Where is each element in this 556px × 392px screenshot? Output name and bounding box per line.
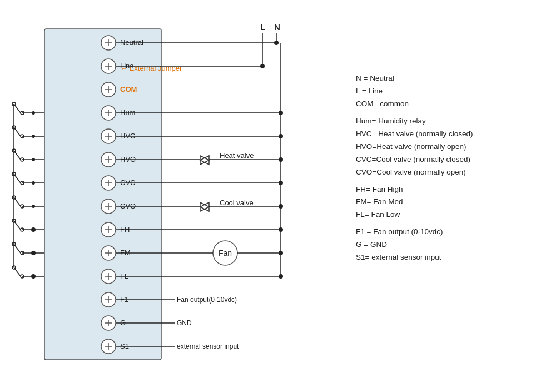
svg-point-148: [279, 111, 283, 115]
svg-text:COM: COM: [120, 85, 137, 93]
fh-switch: [12, 219, 44, 232]
legend-cvc: CVC=Cool valve (normally closed): [356, 153, 545, 166]
svg-text:Fan output(0-10vdc): Fan output(0-10vdc): [177, 296, 237, 304]
external-jumper: ← External Jumper: [120, 64, 182, 72]
svg-text:Heat valve: Heat valve: [220, 151, 254, 160]
svg-marker-115: [200, 156, 209, 165]
svg-point-140: [279, 251, 283, 255]
svg-text:Fan: Fan: [219, 249, 232, 257]
svg-point-135: [279, 274, 283, 279]
svg-marker-121: [200, 202, 209, 211]
legend-hum: Hum= Humidity relay: [356, 115, 545, 128]
svg-point-131: [279, 181, 283, 185]
svg-text:← External Jumper: ← External Jumper: [120, 64, 182, 72]
legend-f1: F1 = Fan output (0-10vdc): [356, 226, 545, 239]
svg-text:GND: GND: [177, 319, 192, 327]
legend-hvc: HVC= Heat valve (normally closed): [356, 128, 545, 141]
page: Neutral Line COM Hum HVC HVO CVC CVO FH …: [0, 0, 556, 392]
legend-l: L = Line: [356, 85, 545, 98]
svg-text:Cool valve: Cool valve: [220, 199, 254, 207]
legend-cvo: CVO=Cool valve (normally open): [356, 166, 545, 179]
svg-point-62: [274, 41, 279, 45]
svg-point-65: [260, 64, 265, 68]
legend-n: N = Neutral: [356, 72, 545, 85]
legend-g: G = GND: [356, 239, 545, 251]
legend-hvo: HVO=Heat valve (normally open): [356, 141, 545, 153]
legend-com: COM =common: [356, 98, 545, 111]
svg-marker-116: [200, 156, 209, 165]
fl-switch: [12, 266, 44, 279]
legend-area: N = Neutral L = Line COM =common Hum= Hu…: [356, 72, 545, 264]
fm-switch: [12, 242, 44, 255]
cvo-switch: [12, 196, 44, 208]
svg-text:external sensor input: external sensor input: [177, 343, 239, 350]
svg-marker-122: [200, 202, 209, 211]
legend-fl: FL= Fan Low: [356, 209, 545, 221]
hvc-switch: [12, 126, 44, 138]
wiring-diagram-svg: Neutral Line COM Hum HVC HVO CVC CVO FH …: [11, 12, 350, 382]
hum-switch: [12, 102, 44, 115]
ln-labels: L N: [260, 22, 280, 32]
hvo-switch: [12, 149, 44, 161]
svg-point-133: [279, 227, 283, 232]
svg-rect-0: [44, 29, 161, 360]
cvc-switch: [12, 172, 44, 185]
legend-s1: S1= external sensor input: [356, 251, 545, 264]
legend-fh: FH= Fan High: [356, 183, 545, 196]
legend-fm: FM= Fan Med: [356, 196, 545, 209]
svg-text:L: L: [260, 22, 265, 32]
svg-text:N: N: [274, 22, 280, 32]
